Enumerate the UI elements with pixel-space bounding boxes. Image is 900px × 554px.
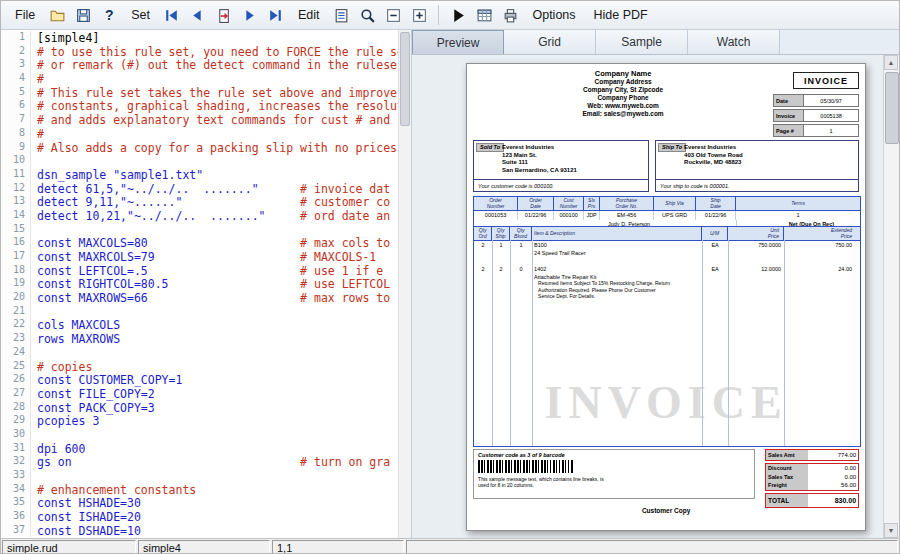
- code-line[interactable]: 3# or remark (#) out the detect command …: [1, 58, 399, 72]
- code-editor[interactable]: 1[simple4]2# to use this rule set, you n…: [1, 30, 412, 538]
- print-button[interactable]: [498, 3, 522, 27]
- code-line[interactable]: 17const MAXRCOLS=79 # MAXCOLS-1: [1, 250, 399, 264]
- code-line[interactable]: 2# to use this rule set, you need to FOR…: [1, 45, 399, 59]
- code-text: [31, 154, 37, 168]
- status-filename: simple.rud: [2, 540, 136, 554]
- meta-value: 1: [804, 125, 858, 136]
- tab-watch[interactable]: Watch: [688, 30, 780, 54]
- code-line[interactable]: 15: [1, 223, 399, 237]
- code-line[interactable]: 13detect 9,11,"~......" # customer co: [1, 195, 399, 209]
- tab-preview[interactable]: Preview: [412, 30, 504, 54]
- code-text: #: [31, 72, 44, 86]
- tab-sample[interactable]: Sample: [596, 30, 688, 54]
- help-button[interactable]: ?: [97, 3, 121, 27]
- code-text: const LEFTCOL=.5 # use 1 if e: [31, 264, 383, 278]
- item-qty-cell: 1: [510, 242, 532, 257]
- order-value-cell: 1: [736, 211, 860, 220]
- line-number: 30: [1, 428, 31, 442]
- code-line[interactable]: 7# and adds explanatory text commands fo…: [1, 113, 399, 127]
- next-page-button[interactable]: [238, 3, 262, 27]
- code-line[interactable]: 6# constants, graphical shading, increas…: [1, 99, 399, 113]
- totals-row: Sales Tax0.00: [766, 473, 858, 482]
- code-line[interactable]: 1[simple4]: [1, 31, 399, 45]
- line-number: 10: [1, 154, 31, 168]
- line-number: 16: [1, 236, 31, 250]
- pdf-preview[interactable]: Company NameCompany AddressCompany City,…: [412, 55, 899, 538]
- preview-scrollbar[interactable]: ▲ ▼: [883, 55, 899, 538]
- code-line[interactable]: 26const CUSTOMER_COPY=1: [1, 373, 399, 387]
- code-text: detect 10,21,"~../../.. ......." # ord d…: [31, 209, 390, 223]
- code-line[interactable]: 34# enhancement constants: [1, 483, 399, 497]
- menu-edit[interactable]: Edit: [290, 5, 328, 25]
- first-page-button[interactable]: [160, 3, 184, 27]
- code-line[interactable]: 21: [1, 305, 399, 319]
- meta-label: Date: [774, 95, 804, 106]
- code-line[interactable]: 9# Also adds a copy for a packing slip w…: [1, 141, 399, 155]
- company-line: Company Address: [473, 78, 773, 86]
- scroll-down-button[interactable]: ▼: [884, 523, 898, 538]
- code-line[interactable]: 30: [1, 428, 399, 442]
- sales-amt-label: Sales Amt: [766, 450, 808, 460]
- order-value-cell: 01/22/96: [518, 211, 554, 220]
- code-line[interactable]: 27const FILE_COPY=2: [1, 387, 399, 401]
- code-line[interactable]: 29pcopies 3: [1, 414, 399, 428]
- code-line[interactable]: 10: [1, 154, 399, 168]
- code-line[interactable]: 22cols MAXCOLS: [1, 318, 399, 332]
- save-button[interactable]: [71, 3, 95, 27]
- code-line[interactable]: 33: [1, 469, 399, 483]
- code-line[interactable]: 28const PACK_COPY=3: [1, 401, 399, 415]
- tab-grid[interactable]: Grid: [504, 30, 596, 54]
- code-line[interactable]: 36const ISHADE=20: [1, 510, 399, 524]
- code-line[interactable]: 14detect 10,21,"~../../.. ......." # ord…: [1, 209, 399, 223]
- grid-view-button[interactable]: [472, 3, 496, 27]
- code-line[interactable]: 11dsn_sample "sample1.txt": [1, 168, 399, 182]
- hide-pdf-button[interactable]: Hide PDF: [586, 5, 656, 25]
- open-button[interactable]: [45, 3, 69, 27]
- total-box: TOTAL 830.00: [765, 493, 859, 508]
- run-button[interactable]: [446, 3, 470, 27]
- prev-page-button[interactable]: [186, 3, 210, 27]
- code-line[interactable]: 37const DSHADE=10: [1, 524, 399, 538]
- menu-options[interactable]: Options: [524, 5, 583, 25]
- code-text: [simple4]: [31, 31, 99, 45]
- code-line[interactable]: 25# copies: [1, 360, 399, 374]
- menu-set[interactable]: Set: [123, 5, 158, 25]
- code-line[interactable]: 32gs on # turn on gra: [1, 455, 399, 469]
- order-value-cell: JDP: [584, 211, 600, 220]
- item-qty-cell: 2: [492, 266, 510, 281]
- code-line[interactable]: 5# This rule set takes the rule set abov…: [1, 86, 399, 100]
- zoom-out-button[interactable]: [381, 3, 405, 27]
- menu-file[interactable]: File: [7, 5, 43, 25]
- item-um-cell: EA: [702, 242, 728, 257]
- code-line[interactable]: 24: [1, 346, 399, 360]
- search-button[interactable]: [355, 3, 379, 27]
- scroll-up-button[interactable]: ▲: [884, 55, 898, 70]
- last-page-button[interactable]: [264, 3, 288, 27]
- code-line[interactable]: 35const HSHADE=30: [1, 496, 399, 510]
- code-text: # constants, graphical shading, increase…: [31, 99, 404, 113]
- customer-code-note: Your customer code is 000100.: [474, 179, 648, 191]
- line-number: 36: [1, 510, 31, 524]
- code-line[interactable]: 4#: [1, 72, 399, 86]
- item-qty-cell: 2: [474, 266, 492, 281]
- invoice-title: INVOICE: [793, 72, 859, 89]
- code-line[interactable]: 18const LEFTCOL=.5 # use 1 if e: [1, 264, 399, 278]
- code-line[interactable]: 20const MAXROWS=66 # max rows to: [1, 291, 399, 305]
- code-line[interactable]: 16const MAXCOLS=80 # max cols to: [1, 236, 399, 250]
- goto-page-button[interactable]: [212, 3, 236, 27]
- code-line[interactable]: 23rows MAXROWS: [1, 332, 399, 346]
- zoom-out-icon: [385, 7, 402, 24]
- editor-scrollbar[interactable]: [398, 30, 411, 538]
- zoom-in-button[interactable]: [407, 3, 431, 27]
- list-button[interactable]: [329, 3, 353, 27]
- line-number: 32: [1, 455, 31, 469]
- editor-scroll-thumb[interactable]: [400, 32, 410, 126]
- code-line[interactable]: 19const RIGHTCOL=80.5 # use LEFTCOL: [1, 277, 399, 291]
- items-body: Returned Items Subject To 15% Restocking…: [473, 240, 861, 447]
- code-line[interactable]: 8#: [1, 127, 399, 141]
- code-text: const MAXRCOLS=79 # MAXCOLS-1: [31, 250, 376, 264]
- item-qty-cell: 1: [492, 242, 510, 257]
- code-line[interactable]: 12detect 61,5,"~../../.. ......." # invo…: [1, 182, 399, 196]
- scroll-thumb[interactable]: [885, 72, 899, 144]
- code-line[interactable]: 31dpi 600: [1, 442, 399, 456]
